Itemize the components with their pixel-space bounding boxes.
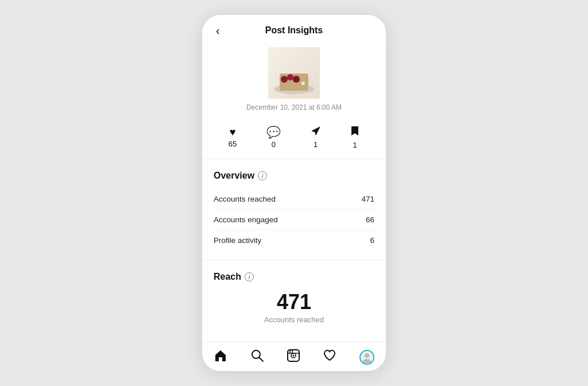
home-icon [214, 349, 227, 365]
back-button[interactable]: ‹ [211, 22, 225, 40]
likes-stat: ♥ 65 [229, 127, 237, 148]
nav-search[interactable] [251, 349, 264, 365]
comments-stat: 💬 0 [266, 126, 281, 149]
svg-point-4 [292, 355, 294, 357]
overview-title: Overview [214, 171, 254, 181]
nav-profile[interactable] [359, 350, 374, 365]
heart-icon: ♥ [230, 127, 236, 137]
reach-title: Reach [214, 272, 241, 282]
accounts-engaged-label: Accounts engaged [214, 215, 278, 224]
nav-home[interactable] [214, 349, 227, 365]
profile-avatar[interactable] [359, 350, 374, 365]
profile-activity-label: Profile activity [214, 236, 261, 245]
share-icon [311, 126, 321, 138]
shares-value: 1 [314, 140, 318, 149]
reach-info-icon[interactable]: i [245, 272, 254, 281]
svg-point-8 [365, 353, 369, 358]
divider-2 [202, 260, 386, 260]
overview-row-engaged: Accounts engaged 66 [214, 210, 374, 230]
profile-activity-value: 6 [370, 236, 374, 245]
search-icon [251, 349, 264, 365]
reach-label: Accounts reached [214, 315, 374, 324]
post-date: December 10, 2021 at 6:00 AM [246, 103, 342, 111]
overview-row-profile: Profile activity 6 [214, 230, 374, 250]
bottom-nav [202, 342, 386, 371]
stats-row: ♥ 65 💬 0 1 1 [202, 116, 386, 155]
svg-line-1 [259, 357, 263, 361]
comments-value: 0 [272, 140, 276, 149]
post-thumbnail[interactable] [268, 47, 320, 99]
overview-title-row: Overview i [214, 171, 374, 181]
nav-heart[interactable] [323, 349, 336, 365]
accounts-reached-label: Accounts reached [214, 195, 276, 203]
save-icon [350, 125, 359, 138]
overview-row-reached: Accounts reached 471 [214, 189, 374, 210]
heart-nav-icon [323, 349, 336, 365]
notification-dot [371, 361, 374, 365]
likes-value: 65 [229, 140, 237, 148]
reels-icon [287, 349, 300, 365]
food-image [268, 47, 320, 99]
accounts-engaged-value: 66 [366, 215, 374, 224]
comment-icon: 💬 [266, 126, 281, 138]
reach-title-row: Reach i [214, 272, 374, 282]
header: ‹ Post Insights [202, 15, 386, 41]
overview-section: Overview i Accounts reached 471 Accounts… [202, 163, 386, 256]
svg-point-9 [363, 359, 371, 363]
divider-1 [202, 159, 386, 159]
overview-info-icon[interactable]: i [258, 171, 267, 180]
nav-reels[interactable] [287, 349, 300, 365]
shares-stat: 1 [311, 126, 321, 149]
saves-stat: 1 [350, 125, 359, 149]
saves-value: 1 [353, 141, 357, 149]
phone-frame: ‹ Post Insights December 10, 2021 at 6:0… [202, 15, 386, 371]
pearl [301, 82, 305, 85]
berry-3 [293, 76, 300, 83]
reach-section: Reach i 471 Accounts reached [202, 264, 386, 334]
accounts-reached-value: 471 [361, 195, 374, 203]
post-image-area: December 10, 2021 at 6:00 AM [202, 41, 386, 116]
reach-number: 471 [214, 290, 374, 314]
page-title: Post Insights [265, 25, 323, 36]
